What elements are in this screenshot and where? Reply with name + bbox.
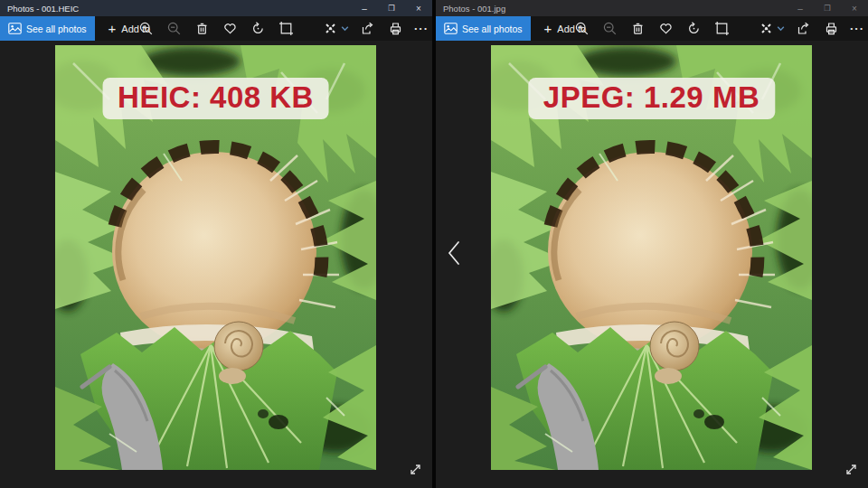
see-all-photos-label: See all photos bbox=[462, 23, 523, 34]
previous-photo-button[interactable] bbox=[441, 236, 467, 270]
photos-window-jpeg: Photos - 001.jpg – ❒ × See all photos + … bbox=[436, 0, 868, 488]
favorite-button[interactable] bbox=[652, 16, 680, 41]
zoom-out-button[interactable] bbox=[160, 16, 188, 41]
crop-button[interactable] bbox=[708, 16, 736, 41]
see-all-photos-button[interactable]: See all photos bbox=[436, 16, 531, 41]
delete-button[interactable] bbox=[188, 16, 216, 41]
zoom-in-icon bbox=[138, 21, 154, 36]
titlebar: Photos - 001.jpg – ❒ × bbox=[436, 0, 868, 16]
favorite-button[interactable] bbox=[216, 16, 244, 41]
minimize-button[interactable]: – bbox=[351, 0, 378, 16]
trash-icon bbox=[630, 21, 646, 36]
zoom-out-button[interactable] bbox=[596, 16, 624, 41]
minimize-button[interactable]: – bbox=[787, 0, 814, 16]
chevron-left-icon bbox=[447, 240, 461, 266]
close-button[interactable]: × bbox=[405, 0, 432, 16]
share-icon bbox=[796, 21, 811, 36]
rotate-icon bbox=[686, 21, 702, 36]
expand-arrows-icon bbox=[409, 463, 422, 476]
window-title: Photos - 001.jpg bbox=[443, 4, 505, 14]
window-title: Photos - 001.HEIC bbox=[7, 4, 79, 14]
see-more-button[interactable]: ··· bbox=[410, 16, 433, 41]
print-icon bbox=[388, 21, 403, 36]
zoom-in-button[interactable] bbox=[132, 16, 160, 41]
see-all-photos-button[interactable]: See all photos bbox=[0, 16, 95, 41]
expand-arrows-icon bbox=[844, 463, 858, 476]
photo-viewer: JPEG: 1.29 MB bbox=[436, 41, 868, 488]
photos-gallery-icon bbox=[444, 23, 458, 34]
edit-create-button[interactable] bbox=[317, 16, 354, 41]
chevron-down-icon bbox=[341, 25, 349, 32]
maximize-button[interactable]: ❒ bbox=[814, 0, 841, 16]
heart-icon bbox=[222, 21, 238, 36]
heart-icon bbox=[658, 21, 674, 36]
photo-heic: HEIC: 408 KB bbox=[55, 45, 376, 470]
photos-window-heic: Photos - 001.HEIC – ❒ × See all photos +… bbox=[0, 0, 432, 488]
share-button[interactable] bbox=[789, 16, 817, 41]
crop-button[interactable] bbox=[272, 16, 300, 41]
see-all-photos-label: See all photos bbox=[26, 23, 87, 34]
toolbar-icons: ··· bbox=[568, 16, 868, 41]
close-button[interactable]: × bbox=[841, 0, 868, 16]
window-controls: – ❒ × bbox=[787, 0, 868, 16]
print-button[interactable] bbox=[382, 16, 410, 41]
zoom-out-icon bbox=[602, 21, 618, 36]
share-icon bbox=[360, 21, 375, 36]
file-size-badge: JPEG: 1.29 MB bbox=[528, 78, 775, 119]
toolbar: See all photos + Add to ··· bbox=[0, 16, 432, 41]
share-button[interactable] bbox=[354, 16, 382, 41]
rotate-button[interactable] bbox=[244, 16, 272, 41]
print-button[interactable] bbox=[817, 16, 845, 41]
plus-icon: + bbox=[544, 22, 552, 35]
crop-icon bbox=[278, 21, 294, 36]
see-more-button[interactable]: ··· bbox=[845, 16, 868, 41]
photos-gallery-icon bbox=[8, 23, 22, 34]
fullscreen-button[interactable] bbox=[405, 459, 425, 479]
photo-jpeg: JPEG: 1.29 MB bbox=[491, 45, 812, 470]
fullscreen-button[interactable] bbox=[841, 459, 861, 479]
edit-create-icon bbox=[759, 21, 774, 36]
plus-icon: + bbox=[108, 22, 117, 35]
zoom-out-icon bbox=[166, 21, 182, 36]
zoom-in-button[interactable] bbox=[568, 16, 596, 41]
crop-icon bbox=[714, 21, 730, 36]
chevron-down-icon bbox=[777, 25, 785, 32]
file-size-badge: HEIC: 408 KB bbox=[102, 78, 329, 119]
rotate-button[interactable] bbox=[680, 16, 708, 41]
photo-viewer: HEIC: 408 KB bbox=[0, 41, 432, 488]
titlebar: Photos - 001.HEIC – ❒ × bbox=[0, 0, 432, 16]
window-controls: – ❒ × bbox=[351, 0, 432, 16]
zoom-in-icon bbox=[574, 21, 590, 36]
edit-create-icon bbox=[323, 21, 338, 36]
edit-create-button[interactable] bbox=[753, 16, 789, 41]
toolbar-icons: ··· bbox=[132, 16, 433, 41]
rotate-icon bbox=[250, 21, 266, 36]
delete-button[interactable] bbox=[624, 16, 652, 41]
toolbar: See all photos + Add to ··· bbox=[436, 16, 868, 41]
maximize-button[interactable]: ❒ bbox=[378, 0, 405, 16]
print-icon bbox=[824, 21, 839, 36]
trash-icon bbox=[194, 21, 210, 36]
